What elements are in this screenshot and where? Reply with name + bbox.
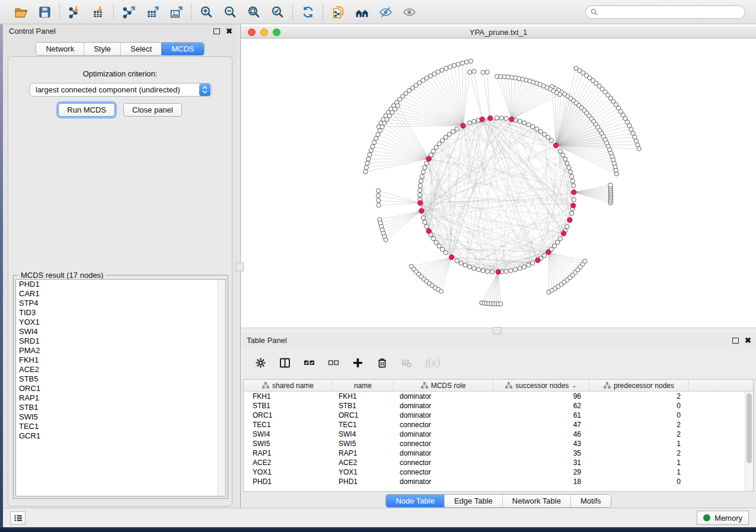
ring-node[interactable] xyxy=(423,220,427,225)
close-panel-icon[interactable]: ✖ xyxy=(226,28,232,34)
ring-node[interactable] xyxy=(467,121,471,125)
deselect-all-rows-button[interactable] xyxy=(328,357,339,368)
mcds-hub-node[interactable] xyxy=(571,203,576,208)
table-row[interactable]: STB1STB1dominator620 xyxy=(244,401,753,411)
table-settings-button[interactable] xyxy=(255,357,266,368)
column-header-MCDS-role[interactable]: MCDS role xyxy=(394,380,493,391)
search-input[interactable] xyxy=(598,8,740,16)
mcds-result-node[interactable]: FKH1 xyxy=(16,355,225,365)
table-scrollbar-thumb[interactable] xyxy=(747,393,752,463)
leaf-node[interactable] xyxy=(464,60,468,64)
leaf-node[interactable] xyxy=(495,74,499,78)
delete-column-button[interactable] xyxy=(377,357,388,368)
leaf-node[interactable] xyxy=(371,145,375,149)
mcds-result-node[interactable]: STB5 xyxy=(16,374,225,384)
network-window-titlebar[interactable]: YPA_prune.txt_1 xyxy=(241,26,756,39)
table-row[interactable]: SWI4SWI4dominator462 xyxy=(244,430,753,439)
zoom-out-button[interactable] xyxy=(222,4,238,20)
float-panel-icon[interactable] xyxy=(213,28,220,34)
mcds-hub-node[interactable] xyxy=(561,231,566,236)
mcds-hub-node[interactable] xyxy=(553,143,558,148)
ring-node[interactable] xyxy=(441,139,445,143)
table-row[interactable]: TEC1TEC1connector472 xyxy=(244,420,753,430)
leaf-node[interactable] xyxy=(377,198,381,203)
ring-node[interactable] xyxy=(434,145,438,149)
mcds-hub-node[interactable] xyxy=(567,217,572,222)
tab-mcds[interactable]: MCDS xyxy=(161,43,203,55)
mcds-hub-node[interactable] xyxy=(419,209,424,213)
ring-node[interactable] xyxy=(418,184,422,188)
ring-node[interactable] xyxy=(518,267,522,271)
zoom-in-button[interactable] xyxy=(199,4,214,20)
leaf-node[interactable] xyxy=(440,68,444,72)
ring-node[interactable] xyxy=(421,170,425,174)
mcds-result-node[interactable]: YOX1 xyxy=(16,318,225,327)
mcds-result-list[interactable]: PHD1CAR1STP4TID3YOX1SWI4SRD1PMA2FKH1ACE2… xyxy=(15,279,226,496)
leaf-node[interactable] xyxy=(583,259,587,263)
mcds-result-node[interactable]: STP4 xyxy=(16,299,225,308)
ring-node[interactable] xyxy=(531,261,535,265)
criterion-dropdown[interactable]: largest connected component (undirected) xyxy=(30,83,212,97)
ring-node[interactable] xyxy=(546,135,550,139)
ring-node[interactable] xyxy=(425,161,429,165)
mcds-result-node[interactable]: TEC1 xyxy=(16,422,225,431)
column-header-name[interactable]: name xyxy=(333,380,394,391)
mcds-hub-node[interactable] xyxy=(488,116,493,120)
vertical-splitter[interactable] xyxy=(237,24,241,527)
leaf-node[interactable] xyxy=(456,62,460,66)
select-all-rows-button[interactable] xyxy=(304,357,315,368)
ring-node[interactable] xyxy=(527,263,531,267)
ring-node[interactable] xyxy=(569,170,573,174)
column-header-shared-name[interactable]: shared name xyxy=(244,380,333,391)
table-scrollbar[interactable] xyxy=(745,392,753,491)
leaf-node[interactable] xyxy=(444,66,448,70)
leaf-node[interactable] xyxy=(481,70,485,75)
ring-node[interactable] xyxy=(553,244,557,248)
ring-node[interactable] xyxy=(481,268,485,273)
leaf-node[interactable] xyxy=(574,66,578,70)
leaf-node[interactable] xyxy=(363,169,368,174)
ring-node[interactable] xyxy=(447,132,451,136)
leaf-node[interactable] xyxy=(366,157,371,161)
leaf-node[interactable] xyxy=(384,238,388,242)
ring-node[interactable] xyxy=(549,139,553,143)
run-mcds-button[interactable]: Run MCDS xyxy=(58,103,115,117)
leaf-node[interactable] xyxy=(499,302,503,306)
ring-node[interactable] xyxy=(509,268,513,273)
ring-node[interactable] xyxy=(543,132,547,136)
leaf-node[interactable] xyxy=(634,139,638,143)
mcds-result-node[interactable]: RAP1 xyxy=(16,393,225,403)
leaf-node[interactable] xyxy=(448,65,452,69)
ring-node[interactable] xyxy=(570,179,575,183)
ring-node[interactable] xyxy=(522,121,527,125)
ring-node[interactable] xyxy=(495,116,499,120)
mcds-result-node[interactable]: GCR1 xyxy=(16,431,225,441)
mcds-result-node[interactable]: SWI4 xyxy=(16,327,225,336)
ring-node[interactable] xyxy=(472,267,476,271)
vertical-splitter-handle[interactable] xyxy=(236,262,244,271)
leaf-node[interactable] xyxy=(377,188,381,193)
ring-node[interactable] xyxy=(431,149,435,153)
export-table-button[interactable] xyxy=(145,4,160,20)
ring-node[interactable] xyxy=(504,116,508,120)
ring-node[interactable] xyxy=(522,265,527,269)
ring-node[interactable] xyxy=(513,268,518,272)
ring-node[interactable] xyxy=(417,193,422,197)
table-row[interactable]: RAP1RAP1dominator352 xyxy=(244,448,753,458)
ring-node[interactable] xyxy=(455,259,459,263)
column-header-successor-nodes[interactable]: successor nodes⌄ xyxy=(493,380,589,391)
leaf-node[interactable] xyxy=(368,153,372,157)
ring-node[interactable] xyxy=(570,174,574,178)
mcds-hub-node[interactable] xyxy=(496,270,500,274)
ring-node[interactable] xyxy=(421,216,425,220)
leaf-node[interactable] xyxy=(372,140,377,145)
close-table-panel-icon[interactable]: ✖ xyxy=(745,338,751,344)
show-columns-button[interactable] xyxy=(279,357,291,368)
new-network-from-selection-button[interactable] xyxy=(330,4,346,20)
leaf-node[interactable] xyxy=(364,165,368,169)
ring-node[interactable] xyxy=(437,244,441,248)
leaf-node[interactable] xyxy=(472,69,476,73)
table-row[interactable]: ORC1ORC1dominator610 xyxy=(244,411,753,420)
ring-node[interactable] xyxy=(572,197,576,201)
ring-node[interactable] xyxy=(556,241,560,245)
